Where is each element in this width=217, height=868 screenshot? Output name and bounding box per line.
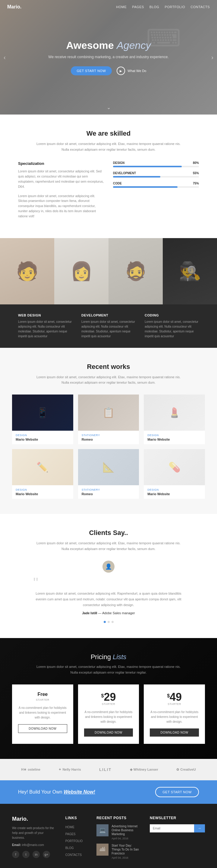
navigation: Mario. Home Pages Blog Portfolio Contact… xyxy=(0,0,217,14)
work-card-4[interactable]: 📐 STATIONERY Romeo xyxy=(78,449,139,499)
dark-item-webdesign-title: WEB DESIGN xyxy=(18,313,72,317)
brand-creative-label: CreativeU xyxy=(180,768,195,771)
work-category-3: DESIGN xyxy=(16,488,70,491)
footer-email: Email: info@mario.com xyxy=(12,843,56,846)
footer-post-1-info: Advertising Internet Online Business Mar… xyxy=(112,824,141,840)
work-icon-3: ✏️ xyxy=(36,461,49,473)
hero-prev-arrow[interactable]: ‹ xyxy=(4,54,6,61)
pricing-section: Pricing Lists Lorem ipsum dolor sit amet… xyxy=(0,638,217,758)
plan-49-btn[interactable]: DOWNLOAD NOW xyxy=(150,728,199,737)
dark-section: WEB DESIGN Lorem ipsum dolor sit amet, c… xyxy=(0,304,217,348)
newsletter-form: → xyxy=(150,824,205,832)
work-info-4: STATIONERY Romeo xyxy=(78,485,139,499)
play-icon: ▶ xyxy=(117,67,125,75)
dot-3[interactable] xyxy=(112,621,114,623)
hero-next-arrow[interactable]: › xyxy=(211,54,213,61)
work-thumb-0: 📱 xyxy=(12,395,73,431)
testimonial: 👤 " Lorem ipsum dolor sit amet, consecte… xyxy=(33,561,184,623)
hero-cta-button[interactable]: GET START NOW xyxy=(71,66,112,75)
footer-link-pages[interactable]: PAGES xyxy=(65,831,87,836)
nav-pages[interactable]: Pages xyxy=(132,5,144,9)
newsletter-submit[interactable]: → xyxy=(194,824,205,832)
footer-post-1: 💻 Advertising Internet Online Business M… xyxy=(96,824,141,840)
dark-item-webdesign: WEB DESIGN Lorem ipsum dolor sit amet, c… xyxy=(18,313,72,339)
dot-2[interactable] xyxy=(107,621,110,623)
work-title-0: Mario Website xyxy=(16,438,70,441)
recent-works-section: Recent works Lorem ipsum dolor sit amet,… xyxy=(0,348,217,514)
cta-banner: Hey! Build Your Own Website Now! GET STA… xyxy=(0,780,217,804)
dot-1[interactable] xyxy=(104,621,106,623)
nav-portfolio[interactable]: Portfolio xyxy=(164,5,185,9)
work-thumb-4: 📐 xyxy=(78,449,139,485)
footer-about-col: Mario. We create web products for the he… xyxy=(12,816,56,863)
footer-link-blog[interactable]: BLOG xyxy=(65,845,87,850)
footer-about-text: We create web products for the help and … xyxy=(12,826,56,840)
social-twitter[interactable]: t xyxy=(22,851,30,858)
work-card-5[interactable]: 💊 DESIGN Mario Website xyxy=(144,449,205,499)
work-card-1[interactable]: 📋 STATIONERY Romeo xyxy=(78,395,139,444)
nav-logo[interactable]: Mario. xyxy=(7,4,22,10)
pricing-card-29: $29 STARTER A no-commitment plan for hob… xyxy=(78,684,139,744)
recent-works-title: Recent works xyxy=(12,363,205,371)
plan-29-btn[interactable]: DOWNLOAD NOW xyxy=(84,728,133,737)
skill-code-track xyxy=(113,186,199,188)
brand-nelly-label: Nelly Harris xyxy=(62,768,81,771)
testimonial-dots xyxy=(33,621,184,623)
team-section: 🧑 👩 🧔 🕵️ xyxy=(0,238,217,304)
work-info-0: DESIGN Mario Website xyxy=(12,431,73,444)
work-title-2: Mario Website xyxy=(147,438,201,441)
work-card-2[interactable]: 💄 DESIGN Mario Website xyxy=(144,395,205,444)
newsletter-input[interactable] xyxy=(150,824,194,832)
cta-button[interactable]: GET START NOW xyxy=(155,787,199,797)
hero-play-button[interactable]: ▶ What We Do xyxy=(117,67,146,75)
footer-link-portfolio[interactable]: PORTFOLIO xyxy=(65,838,87,843)
specialization-col: Specialization Lorem ipsum dolor sit ame… xyxy=(18,161,104,223)
pricing-card-free: Free STARTER A no-commitment plan for ho… xyxy=(12,684,73,744)
work-card-3[interactable]: ✏️ DESIGN Mario Website xyxy=(12,449,73,499)
plan-49-desc: A no-commitment plan for hobbyists and t… xyxy=(150,710,199,724)
work-card-0[interactable]: 📱 DESIGN Mario Website xyxy=(12,395,73,444)
nav-blog[interactable]: Blog xyxy=(150,5,159,9)
work-title-1: Romeo xyxy=(82,438,135,441)
hero-section: ‹ Awesome Agency We receive result combi… xyxy=(0,0,217,115)
clients-section: Clients Say.. Lorem ipsum dolor sit amet… xyxy=(0,514,217,638)
work-thumb-5: 💊 xyxy=(144,449,205,485)
brand-whitney: ◆ Whitney Lanser xyxy=(130,768,158,772)
work-info-3: DESIGN Mario Website xyxy=(12,485,73,499)
footer-post-2-info: Start Your Day: Things To Do In San Fran… xyxy=(112,844,141,859)
skill-design-label: DESIGN 80% xyxy=(113,161,199,164)
skill-design-track xyxy=(113,166,199,167)
social-facebook[interactable]: f xyxy=(12,851,19,858)
plan-49-tag: STARTER xyxy=(150,703,199,706)
social-google[interactable]: g+ xyxy=(43,851,50,858)
work-thumb-3: ✏️ xyxy=(12,449,73,485)
social-linkedin[interactable]: in xyxy=(33,851,40,858)
plan-49-price: $49 xyxy=(150,692,199,703)
brand-hosteline-icon: H★ xyxy=(21,768,27,772)
brand-nelly-icon: ✦ xyxy=(59,768,61,772)
work-title-5: Mario Website xyxy=(147,492,201,496)
footer-newsletter-title: NEWSLETTER xyxy=(150,816,205,820)
work-category-0: DESIGN xyxy=(16,434,70,437)
dark-item-coding-title: CODING xyxy=(145,313,199,317)
footer-social: f t in g+ xyxy=(12,851,56,858)
hero-content: Awesome Agency We receive result combini… xyxy=(42,39,175,76)
footer-link-contacts[interactable]: CONTACTS xyxy=(65,852,87,857)
recent-works-subtitle: Lorem ipsum dolor sit amet, consectetur … xyxy=(33,374,184,385)
skilled-subtitle: Lorem ipsum dolor sit amet, consectetur … xyxy=(33,141,184,152)
skill-dev-fill xyxy=(113,176,160,178)
nav-contacts[interactable]: Contacts xyxy=(190,5,210,9)
brand-lilit-label: LILIT xyxy=(99,767,112,772)
clients-subtitle: Lorem ipsum dolor sit amet, consectetur … xyxy=(33,540,184,552)
hero-subtitle: We receive result combining marketing, a… xyxy=(48,54,168,60)
person-1-silhouette: 🧑 xyxy=(0,238,54,304)
nav-home[interactable]: Home xyxy=(116,5,127,9)
dark-item-coding-text: Lorem ipsum dolor sit amet, consectetur … xyxy=(145,319,199,339)
testimonial-text: Lorem ipsum dolor sit amet, consectetur … xyxy=(33,591,184,608)
skilled-section: We are skilled Lorem ipsum dolor sit ame… xyxy=(0,115,217,238)
testimonial-author: Jade Istill — Adobe Sales manager xyxy=(33,611,184,615)
work-title-4: Romeo xyxy=(82,492,135,496)
footer-link-home[interactable]: HOME xyxy=(65,824,87,829)
plan-free-btn[interactable]: DOWNLOAD NOW xyxy=(18,724,67,733)
spec-text-1: Lorem ipsum dolor sit amet, consectetur … xyxy=(18,169,104,189)
